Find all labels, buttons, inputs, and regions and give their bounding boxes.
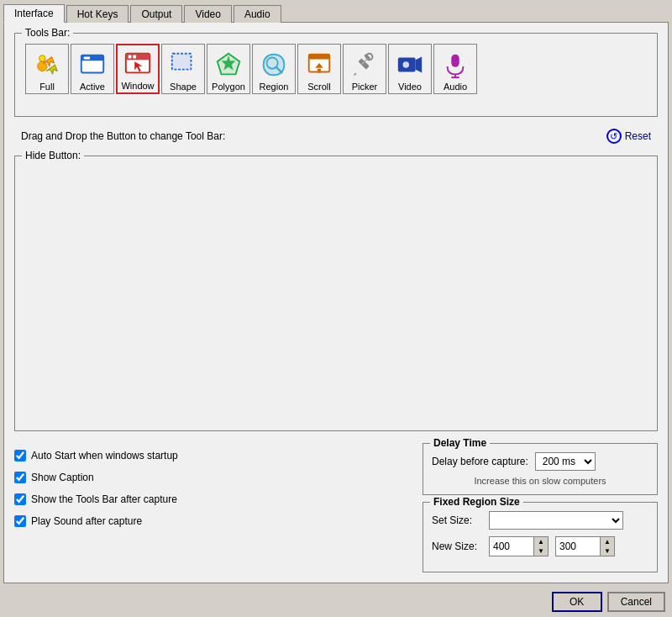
svg-point-0 [38,61,47,71]
toolbar-btn-video-label: Video [398,82,422,92]
fixed-region-label: Fixed Region Size [430,496,523,508]
active-icon [77,50,108,80]
footer: OK Cancel [0,587,672,617]
drag-drop-row: Drag and Drop the Button to change Tool … [14,125,658,147]
toolbar-btn-active[interactable]: Active [71,44,114,94]
tab-hotkeys[interactable]: Hot Keys [66,5,129,23]
hide-button-label: Hide Button: [22,150,84,161]
checkbox-autostart: Auto Start when windows startup [14,450,409,461]
checkbox-showtoolsbar-label: Show the Tools Bar after capture [31,493,177,505]
toolbar-btn-full[interactable]: Full [25,44,69,94]
tab-audio[interactable]: Audio [234,5,281,23]
cancel-button[interactable]: Cancel [607,592,665,612]
width-down-btn[interactable]: ▼ [534,546,548,556]
height-spinbox: 300 ▲ ▼ [555,536,615,556]
svg-marker-3 [46,65,57,74]
toolbar-btn-region[interactable]: Region [252,44,296,94]
new-size-label: New Size: [432,541,482,552]
toolbar-btn-polygon-label: Polygon [212,82,245,92]
new-size-row: New Size: 400 ▲ ▼ 300 ▲ [432,536,648,556]
toolbar-btn-audio[interactable]: Audio [433,44,477,94]
reset-button[interactable]: ↺ Reset [606,129,651,144]
svg-rect-33 [451,55,459,67]
height-up-btn[interactable]: ▲ [601,537,614,546]
svg-marker-31 [416,57,423,73]
height-spinbox-btns: ▲ ▼ [600,537,614,556]
toolbar-btn-shape[interactable]: Shape [161,44,205,94]
drag-drop-text: Drag and Drop the Button to change Tool … [21,130,225,142]
toolbar-btn-audio-label: Audio [444,82,467,92]
svg-rect-24 [318,69,321,73]
delay-row: Delay before capture: 200 ms 100 ms 500 … [432,452,648,471]
checkbox-playsound: Play Sound after capture [14,515,409,527]
fixed-region-group: Fixed Region Size Set Size: New Size: 40… [423,502,658,572]
toolbar-buttons: Full Active [22,40,650,98]
checkbox-autostart-label: Auto Start when windows startup [31,450,178,461]
svg-rect-10 [133,55,136,59]
shape-icon [168,50,198,80]
svg-rect-22 [309,55,330,60]
checkbox-showtoolsbar: Show the Tools Bar after capture [14,493,409,505]
toolbar-btn-full-label: Full [39,82,55,92]
main-window: Interface Hot Keys Output Video Audio To… [0,0,672,617]
delay-select-wrapper: 200 ms 100 ms 500 ms 1000 ms 2000 ms [535,452,596,471]
reset-icon: ↺ [606,129,622,144]
tab-bar: Interface Hot Keys Output Video Audio [0,0,672,22]
svg-point-1 [39,55,46,62]
checkbox-playsound-input[interactable] [14,515,26,527]
checkbox-showcaption-input[interactable] [14,472,26,483]
toolbar-btn-shape-label: Shape [170,82,197,92]
toolbar-btn-polygon[interactable]: Polygon [207,44,250,94]
width-input[interactable]: 400 [490,539,533,554]
svg-marker-27 [354,72,357,76]
delay-select[interactable]: 200 ms 100 ms 500 ms 1000 ms 2000 ms [536,453,595,470]
tab-output[interactable]: Output [130,5,182,23]
ok-button[interactable]: OK [552,592,602,612]
hide-button-group: Hide Button: [14,156,658,431]
width-spinbox-btns: ▲ ▼ [533,537,548,556]
checkbox-showtoolsbar-input[interactable] [14,493,26,505]
right-panels: Delay Time Delay before capture: 200 ms … [423,443,658,572]
toolbar-btn-active-label: Active [80,82,105,92]
toolbar-btn-region-label: Region [260,82,289,92]
toolbar-btn-picker[interactable]: Picker [343,44,386,94]
width-up-btn[interactable]: ▲ [534,537,548,546]
delay-before-label: Delay before capture: [432,456,528,467]
svg-point-32 [403,61,410,68]
picker-icon [349,50,380,80]
toolbar-btn-scroll[interactable]: Scroll [297,44,341,94]
window-icon [123,49,153,79]
set-size-select[interactable] [489,511,623,530]
checkbox-showcaption-label: Show Caption [31,472,94,483]
tools-bar-group: Tools Bar: Full [14,33,658,117]
height-input[interactable]: 300 [556,539,600,554]
polygon-icon [213,50,244,80]
set-size-row: Set Size: [432,511,648,530]
toolbar-btn-picker-label: Picker [352,82,378,92]
delay-hint: Increase this on slow computers [432,476,648,486]
toolbar-btn-video[interactable]: Video [388,44,432,94]
set-size-label: Set Size: [432,514,482,526]
delay-time-label: Delay Time [430,437,490,449]
toolbar-btn-window-label: Window [121,81,154,91]
delay-time-group: Delay Time Delay before capture: 200 ms … [423,443,658,495]
reset-label: Reset [625,130,651,142]
tab-interface[interactable]: Interface [3,4,65,23]
checkbox-autostart-input[interactable] [14,450,26,461]
interface-tab-content: Tools Bar: Full [3,22,669,583]
checkbox-playsound-label: Play Sound after capture [31,515,142,527]
tab-video[interactable]: Video [184,5,231,23]
toolbar-btn-scroll-label: Scroll [307,82,331,92]
bottom-section: Auto Start when windows startup Show Cap… [14,443,658,572]
svg-rect-6 [84,57,91,60]
set-size-select-wrapper [489,511,648,530]
checkbox-showcaption: Show Caption [14,472,409,483]
toolbar-btn-window[interactable]: Window [116,44,160,94]
svg-rect-9 [129,55,132,59]
svg-rect-13 [172,54,192,70]
region-icon [259,50,289,80]
height-down-btn[interactable]: ▼ [601,546,614,556]
left-checkboxes: Auto Start when windows startup Show Cap… [14,443,409,572]
video-icon [395,50,425,80]
width-spinbox: 400 ▲ ▼ [489,536,549,556]
